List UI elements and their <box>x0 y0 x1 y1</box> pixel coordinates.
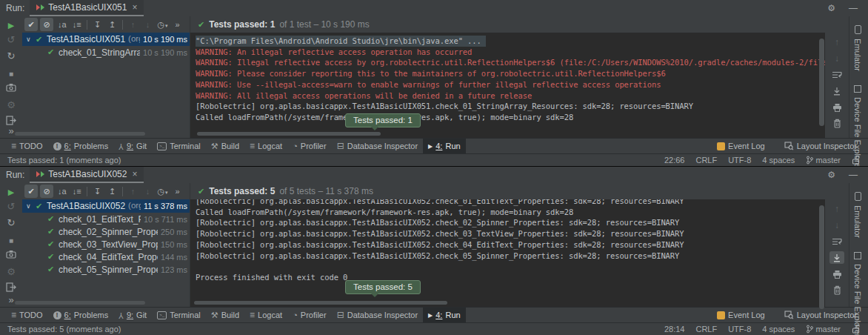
expand-all-icon[interactable]: ↧ <box>91 20 104 30</box>
tab-device-file-explorer[interactable]: Device File Explorer <box>853 252 862 335</box>
print-icon[interactable] <box>829 268 844 280</box>
import-test-results-icon[interactable] <box>0 116 22 125</box>
toolwindow-logcat[interactable]: Logcat <box>244 139 287 153</box>
minimize-icon[interactable]: — <box>849 170 858 180</box>
previous-occurrence-icon[interactable]: ↑ <box>127 20 139 29</box>
console-horizontal-scrollbar[interactable] <box>197 132 381 136</box>
toolwindow-git[interactable]: 9: Git <box>113 308 152 322</box>
toolwindow-terminal[interactable]: Terminal <box>152 139 206 153</box>
toolwindow-profiler[interactable]: Profiler <box>287 308 332 322</box>
toolwindow-todo[interactable]: TODO <box>6 308 48 322</box>
sort-alphabetically-icon[interactable]: ↓a <box>56 187 68 196</box>
caret-position[interactable]: 28:14 <box>664 325 685 334</box>
minimize-icon[interactable]: — <box>849 3 858 13</box>
encoding-indicator[interactable]: UTF-8 <box>728 156 751 165</box>
layout-inspector-button[interactable]: Layout Inspector <box>779 311 862 319</box>
collapse-all-icon[interactable]: ↥ <box>106 20 118 30</box>
toolwindow-database-inspector[interactable]: Database Inspector <box>332 139 423 153</box>
event-log-button[interactable]: Event Log <box>712 142 770 150</box>
tab-emulator[interactable]: Emulator <box>853 25 862 71</box>
toolwindow-run[interactable]: 4: Run <box>423 308 466 322</box>
rerun-icon[interactable]: ↻ <box>0 217 22 228</box>
tab-emulator[interactable]: Emulator <box>853 192 862 238</box>
up-arrow-icon[interactable]: ↑ <box>829 202 844 215</box>
tree-horizontal-scrollbar[interactable] <box>15 132 145 136</box>
chevron-down-icon[interactable]: ∨ <box>26 202 36 210</box>
line-ending-indicator[interactable]: CRLF <box>695 156 717 165</box>
settings-gear-icon[interactable]: ⚙ <box>827 3 835 13</box>
test-history-icon[interactable]: ◷▾ <box>156 20 169 30</box>
next-occurrence-icon[interactable]: ↓ <box>141 187 154 196</box>
event-log-button[interactable]: Event Log <box>712 311 770 319</box>
up-arrow-icon[interactable]: ↑ <box>829 36 844 48</box>
console-vertical-scrollbar[interactable] <box>819 39 824 126</box>
trash-icon[interactable] <box>829 117 844 130</box>
git-branch-indicator[interactable]: master <box>806 325 841 334</box>
console-vertical-scrollbar[interactable] <box>819 205 824 309</box>
show-ignored-toggle[interactable]: ⊘ <box>40 185 53 198</box>
run-tab[interactable]: TestA1BasicUIX051 × <box>30 0 144 16</box>
console-horizontal-scrollbar[interactable] <box>194 301 447 305</box>
toolwindow-build[interactable]: Build <box>206 308 244 322</box>
toolwindow-build[interactable]: Build <box>206 139 244 153</box>
scroll-to-end-icon[interactable] <box>829 251 844 264</box>
toolwindow-database-inspector[interactable]: Database Inspector <box>332 308 423 322</box>
run-tab[interactable]: TestA1BasicUIX052 × <box>30 167 144 183</box>
print-icon[interactable] <box>829 101 844 113</box>
collapse-all-icon[interactable]: ↥ <box>106 187 118 196</box>
test-suite-row[interactable]: ∨ ✔ TestA1BasicUIX051(org.aplas.basica 1… <box>22 33 190 46</box>
stop-icon[interactable]: ■ <box>0 235 22 246</box>
tab-device-file-explorer[interactable]: Device File Explorer <box>853 85 862 167</box>
test-result-row[interactable]: ✔ check_05_Spinner_Properties 123 ms <box>22 263 190 276</box>
close-tab-icon[interactable]: × <box>132 169 137 179</box>
more-toolbar-icon[interactable]: » <box>171 187 184 196</box>
more-toolbar-icon[interactable]: » <box>171 20 184 29</box>
test-result-row[interactable]: ✔ check_02_Spinner_Properties 250 ms <box>22 225 190 238</box>
show-ignored-toggle[interactable]: ⊘ <box>40 18 53 31</box>
toolwindow-logcat[interactable]: Logcat <box>244 308 287 322</box>
test-result-row[interactable]: ✔ check_01_StringArray_Resources 10 s 19… <box>22 46 190 59</box>
test-result-row[interactable]: ✔ check_03_TextView_Properties 150 ms <box>22 238 190 251</box>
scroll-to-end-icon[interactable] <box>829 84 844 97</box>
rerun-tests-button[interactable]: ▶ <box>0 20 22 31</box>
sort-alphabetically-icon[interactable]: ↓a <box>56 20 68 29</box>
expand-all-icon[interactable]: ↧ <box>91 187 104 196</box>
tree-horizontal-scrollbar[interactable] <box>15 301 145 305</box>
thread-dump-camera-icon[interactable] <box>0 83 22 92</box>
rerun-icon[interactable]: ↻ <box>0 50 22 62</box>
encoding-indicator[interactable]: UTF-8 <box>728 325 751 334</box>
git-branch-indicator[interactable]: master <box>806 156 841 165</box>
test-settings-gear-icon[interactable]: ⚙ <box>0 266 22 277</box>
indent-indicator[interactable]: 4 spaces <box>762 156 795 165</box>
soft-wrap-icon[interactable] <box>829 235 844 248</box>
line-ending-indicator[interactable]: CRLF <box>695 325 717 334</box>
down-arrow-icon[interactable]: ↓ <box>829 52 844 64</box>
test-suite-row[interactable]: ∨ ✔ TestA1BasicUIX052(org.aplas.basica 1… <box>22 199 190 213</box>
toolwindow-git[interactable]: 9: Git <box>113 139 152 153</box>
trash-icon[interactable] <box>829 284 844 296</box>
test-result-row[interactable]: ✔ check_01_EditText_Properties 10 s 711 … <box>22 213 190 225</box>
sort-by-duration-icon[interactable]: ↓≡ <box>70 20 83 29</box>
toolwindow-terminal[interactable]: Terminal <box>152 308 206 322</box>
sort-by-duration-icon[interactable]: ↓≡ <box>70 187 83 196</box>
show-passed-toggle[interactable]: ✔ <box>24 185 38 198</box>
rerun-failed-tests-icon[interactable]: ↺ <box>0 34 22 45</box>
toolwindow-todo[interactable]: TODO <box>6 139 48 153</box>
toolwindow-run[interactable]: 4: Run <box>423 139 466 153</box>
previous-occurrence-icon[interactable]: ↑ <box>127 187 139 196</box>
layout-inspector-button[interactable]: Layout Inspector <box>779 142 862 150</box>
close-tab-icon[interactable]: × <box>132 2 137 13</box>
soft-wrap-icon[interactable] <box>829 68 844 81</box>
chevron-down-icon[interactable]: ∨ <box>26 36 36 43</box>
console-output[interactable]: [Robolectric] org.aplas.basicappx.TestA1… <box>190 199 825 307</box>
next-occurrence-icon[interactable]: ↓ <box>141 20 154 29</box>
settings-gear-icon[interactable]: ⚙ <box>827 170 835 180</box>
toolwindow-problems[interactable]: 6: Problems <box>48 308 114 322</box>
down-arrow-icon[interactable]: ↓ <box>829 219 844 231</box>
toolwindow-problems[interactable]: 6: Problems <box>48 139 114 153</box>
rerun-tests-button[interactable]: ▶ <box>0 187 22 198</box>
show-passed-toggle[interactable]: ✔ <box>24 18 38 31</box>
test-history-icon[interactable]: ◷▾ <box>156 187 169 196</box>
test-settings-gear-icon[interactable]: ⚙ <box>0 99 22 110</box>
test-result-row[interactable]: ✔ check_04_EditText_Properties 144 ms <box>22 251 190 263</box>
